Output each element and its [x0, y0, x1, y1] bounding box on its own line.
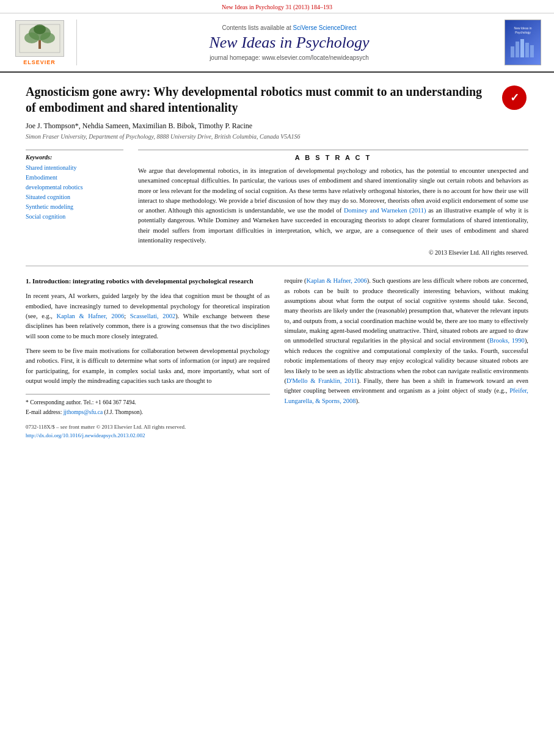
keyword-1[interactable]: Shared intentionality: [26, 163, 123, 173]
affiliation-line: Simon Fraser University, Department of P…: [26, 133, 528, 140]
keyword-2[interactable]: Embodiment: [26, 173, 123, 183]
content-area: Agnosticism gone awry: Why developmental…: [0, 73, 554, 453]
article-title: Agnosticism gone awry: Why developmental…: [26, 84, 528, 115]
svg-rect-4: [38, 40, 41, 49]
body-para-right-1: require (Kaplan & Hafner, 2006). Such qu…: [285, 276, 529, 406]
crossmark-icon: ✓: [502, 85, 527, 110]
abstract-heading: A B S T R A C T: [138, 154, 528, 161]
abstract-body: We argue that developmental robotics, in…: [138, 166, 528, 245]
ref-kaplan-hafner-r[interactable]: Kaplan & Hafner, 2006: [307, 277, 367, 284]
cover-title-text: New Ideas inPsychology: [514, 26, 532, 34]
keywords-label: Keywords:: [26, 154, 123, 161]
svg-point-2: [24, 32, 39, 43]
cover-chart-svg: [509, 34, 536, 59]
doi-link[interactable]: http://dx.doi.org/10.1016/j.newideapsych…: [26, 432, 270, 440]
svg-rect-10: [530, 45, 534, 57]
issn-block: 0732-118X/$ – see front matter © 2013 El…: [26, 423, 270, 440]
authors-line: Joe J. Thompson*, Nehdia Sameen, Maximil…: [26, 122, 528, 131]
svg-point-5: [34, 24, 46, 34]
keyword-4[interactable]: Situated cognition: [26, 192, 123, 202]
body-para-2: There seem to be five main motivations f…: [26, 346, 270, 387]
ref-scassellati[interactable]: Scassellati, 2002: [130, 313, 176, 319]
issn-text: 0732-118X/$ – see front matter © 2013 El…: [26, 423, 270, 432]
keyword-6[interactable]: Social cognition: [26, 212, 123, 222]
journal-header: ELSEVIER Contents lists available at Sci…: [0, 13, 554, 73]
keyword-5[interactable]: Synthetic modeling: [26, 202, 123, 212]
keywords-abstract-section: Keywords: Shared intentionality Embodime…: [26, 150, 528, 256]
keywords-column: Keywords: Shared intentionality Embodime…: [26, 150, 123, 256]
footnote-area: * Corresponding author. Tel.: +1 604 367…: [26, 394, 270, 417]
copyright-line: © 2013 Elsevier Ltd. All rights reserved…: [138, 249, 528, 256]
section1-heading: 1. Introduction: integrating robotics wi…: [26, 276, 270, 286]
left-column: 1. Introduction: integrating robotics wi…: [26, 276, 270, 440]
ref-pfeifer[interactable]: Pfeifer, Lungarella, & Sporns, 2008: [285, 387, 529, 404]
svg-rect-8: [520, 39, 524, 57]
journal-reference: New Ideas in Psychology 31 (2013) 184–19…: [222, 4, 332, 10]
svg-rect-9: [525, 43, 529, 57]
article-title-block: Agnosticism gone awry: Why developmental…: [26, 84, 528, 115]
svg-rect-6: [511, 46, 514, 57]
journal-reference-bar: New Ideas in Psychology 31 (2013) 184–19…: [0, 0, 554, 13]
sciverse-info: Contents lists available at SciVerse Sci…: [222, 24, 356, 31]
page: New Ideas in Psychology 31 (2013) 184–19…: [0, 0, 554, 756]
sciverse-link[interactable]: SciVerse ScienceDirect: [293, 24, 357, 31]
elsevier-tree-image: [15, 20, 64, 57]
abstract-column: A B S T R A C T We argue that developmen…: [138, 150, 528, 256]
ref-dmello[interactable]: D'Mello & Franklin, 2011: [286, 377, 357, 384]
ref-kaplan2006[interactable]: Kaplan & Hafner, 2006: [57, 313, 125, 319]
elsevier-brand-text: ELSEVIER: [23, 59, 56, 65]
crossmark-badge[interactable]: ✓: [500, 84, 528, 112]
journal-cover-image: New Ideas inPsychology: [501, 20, 544, 65]
svg-rect-7: [516, 42, 519, 57]
right-column: require (Kaplan & Hafner, 2006). Such qu…: [285, 276, 529, 440]
footnote-email: E-mail address: jjthomps@sfu.ca (J.J. Th…: [26, 408, 270, 417]
svg-point-3: [40, 32, 55, 43]
main-body-section: 1. Introduction: integrating robotics wi…: [26, 276, 528, 440]
keyword-3[interactable]: developmental robotics: [26, 183, 123, 192]
elsevier-logo-section: ELSEVIER: [10, 20, 77, 65]
body-para-1: In recent years, AI workers, guided larg…: [26, 291, 270, 341]
ref-dominey[interactable]: Dominey and Warneken (2011): [344, 207, 426, 214]
footnote-email-link[interactable]: jjthomps@sfu.ca: [64, 409, 103, 415]
journal-name: New Ideas in Psychology: [209, 34, 369, 52]
ref-brooks[interactable]: Brooks, 1990: [489, 337, 525, 344]
footnote-corresponding: * Corresponding author. Tel.: +1 604 367…: [26, 398, 270, 407]
section-divider: [26, 266, 528, 266]
elsevier-tree-svg: [18, 23, 61, 54]
journal-homepage-url: journal homepage: www.elsevier.com/locat…: [210, 54, 369, 61]
journal-cover-thumbnail: New Ideas inPsychology: [505, 20, 541, 65]
journal-title-section: Contents lists available at SciVerse Sci…: [84, 20, 494, 65]
